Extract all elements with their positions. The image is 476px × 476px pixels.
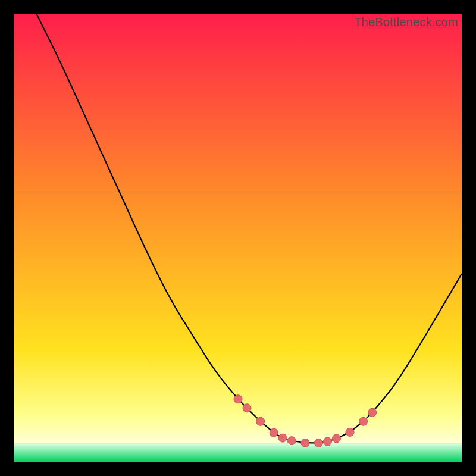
curve-marker xyxy=(256,417,265,425)
gradient-band xyxy=(14,193,462,350)
curve-marker xyxy=(323,437,331,446)
curve-marker xyxy=(346,428,354,436)
curve-marker xyxy=(332,434,340,443)
curve-marker xyxy=(301,439,309,447)
curve-marker xyxy=(234,395,242,403)
chart-frame: TheBottleneck.com xyxy=(14,14,462,462)
gradient-band xyxy=(14,14,462,193)
curve-marker xyxy=(278,434,287,442)
curve-marker xyxy=(314,439,322,447)
curve-marker xyxy=(270,428,278,437)
watermark-label: TheBottleneck.com xyxy=(354,15,458,29)
curve-marker xyxy=(359,417,368,425)
gradient-band xyxy=(14,417,462,444)
curve-marker xyxy=(287,437,296,445)
bottleneck-plot xyxy=(14,14,462,462)
curve-marker xyxy=(368,408,377,416)
curve-marker xyxy=(243,404,251,412)
gradient-band xyxy=(14,444,462,462)
